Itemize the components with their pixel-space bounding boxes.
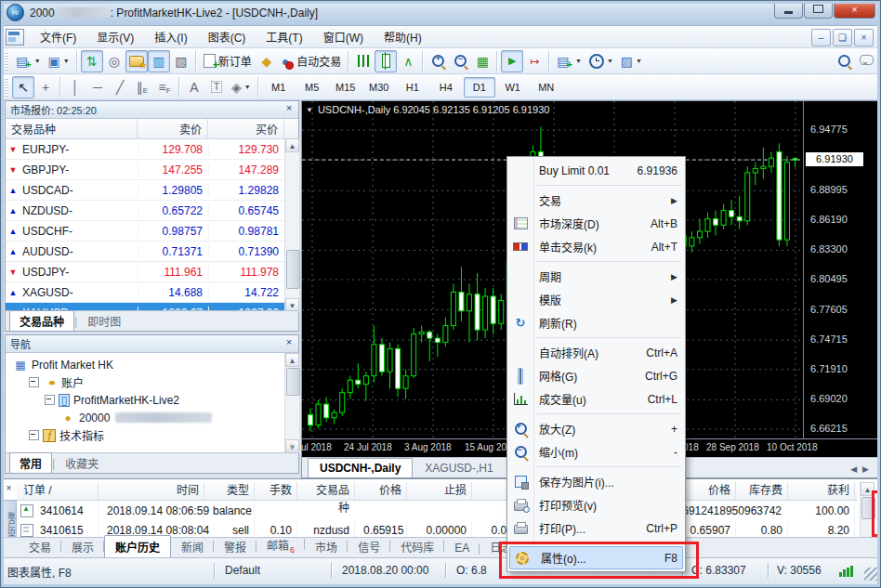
menu-item-显示(V)[interactable]: 显示(V)	[86, 26, 144, 47]
scroll-up-icon[interactable]: ▲	[285, 138, 299, 152]
timeframe-M15-button[interactable]: M15	[330, 77, 362, 98]
scrollbar-thumb[interactable]	[286, 250, 300, 289]
market-watch-row[interactable]: ▲USDCHF-0.987570.98781	[6, 221, 298, 242]
terminal-column-10[interactable]: 获利	[792, 482, 855, 500]
market-watch-row[interactable]: ▲AUDUSD-0.713710.71390	[6, 242, 298, 262]
timeframe-M5-button[interactable]: M5	[296, 77, 328, 98]
data-window-button[interactable]: ◎	[103, 50, 125, 72]
terminal-cell[interactable]: 3410614	[35, 502, 99, 520]
terminal-column-1[interactable]: 时间	[102, 482, 204, 500]
restore-button[interactable]	[804, 0, 833, 19]
context-menu-item-Buy Limit 0.01[interactable]: Buy Limit 0.016.91936	[507, 159, 685, 182]
context-menu-item-单击交易(k)[interactable]: 单击交易(k)Alt+T	[507, 235, 685, 258]
context-menu-item-网格(G)[interactable]: 网格(G)Ctrl+G	[507, 364, 685, 387]
horizontal-line-tool-button[interactable]: ─	[86, 76, 109, 98]
shapes-tool-button[interactable]: ◈▼	[228, 76, 255, 98]
chart-shift-button[interactable]: ↦	[523, 50, 546, 72]
tab-scroll-arrows[interactable]: ◀▶	[850, 464, 874, 474]
menu-item-图表(C)[interactable]: 图表(C)	[198, 26, 256, 47]
candlestick-chart-button[interactable]	[375, 50, 397, 72]
chat-button[interactable]	[855, 50, 877, 72]
market-watch-tab-交易品种[interactable]: 交易品种	[9, 310, 74, 331]
navigator-close-icon[interactable]: ×	[283, 336, 296, 349]
terminal-column-4[interactable]: 交易品种	[301, 482, 355, 500]
tree-expander-icon[interactable]	[29, 377, 39, 387]
navigator-item[interactable]: ●●账户	[9, 373, 298, 391]
child-minimize-button[interactable]: –	[811, 29, 831, 46]
context-menu-item-模版[interactable]: 模版▶	[507, 288, 685, 311]
status-profile[interactable]: Default	[225, 564, 260, 577]
menu-item-工具(T)[interactable]: 工具(T)	[256, 26, 312, 47]
chart-tab-XAGUSD-,H1[interactable]: XAGUSD-,H1	[413, 458, 505, 477]
close-button[interactable]: ×	[834, 0, 875, 19]
bar-chart-button[interactable]	[352, 50, 375, 72]
market-watch-toggle-button[interactable]: ⇅	[81, 50, 103, 72]
trendline-tool-button[interactable]: ╱	[109, 76, 131, 98]
market-watch-scrollbar[interactable]: ▲ ▼	[284, 138, 299, 312]
terminal-tab-交易[interactable]: 交易	[19, 536, 61, 557]
timeframe-D1-button[interactable]: D1	[464, 77, 495, 98]
text-tool-button[interactable]: A	[183, 76, 205, 98]
timeframe-MN-button[interactable]: MN	[531, 77, 562, 98]
market-watch-row[interactable]: ▼GBPJPY-147.255147.289	[6, 160, 298, 180]
context-menu-item-缩小(m)[interactable]: 缩小(m)-	[507, 440, 685, 464]
resize-grip[interactable]	[864, 568, 877, 581]
terminal-tab-新闻[interactable]: 新闻	[171, 536, 214, 557]
terminal-cell[interactable]: 100.00	[792, 502, 855, 520]
terminal-toggle-button[interactable]: ▥	[148, 50, 170, 72]
new-order-button[interactable]: +新订单	[200, 50, 256, 72]
context-menu-item-市场深度(D)[interactable]: 市场深度(D)Alt+B	[507, 212, 685, 235]
market-watch-row[interactable]: ▼USDJPY-111.961111.978	[6, 262, 298, 282]
navigator-scrollbar[interactable]: ▲ ▼	[284, 353, 299, 453]
terminal-tab-账户历史[interactable]: 账户历史	[104, 535, 171, 557]
scrollbar-thumb[interactable]	[286, 368, 300, 396]
terminal-column-9[interactable]: 库存费	[740, 482, 788, 500]
profiles-button[interactable]: ▣▼	[45, 50, 73, 72]
menu-item-文件(F)[interactable]: 文件(F)	[30, 26, 86, 47]
cursor-tool-button[interactable]: ↖	[12, 76, 34, 98]
context-menu-item-打印(P)...[interactable]: 打印(P)...Ctrl+P	[507, 516, 685, 540]
strategy-tester-button[interactable]: ▧	[170, 50, 192, 72]
context-menu-item-自动排列(A)[interactable]: 自动排列(A)Ctrl+A	[507, 341, 685, 364]
market-watch-row[interactable]: ▲NZDUSD-0.657220.65745	[6, 201, 298, 221]
toolbar-grip[interactable]	[5, 52, 8, 71]
market-watch-tab-即时图[interactable]: 即时图	[77, 310, 131, 331]
terminal-tab-EA[interactable]: EA	[444, 539, 480, 557]
context-menu-item-刷新(R)[interactable]: ↻刷新(R)	[507, 311, 685, 334]
navigator-toggle-button[interactable]: ★	[125, 50, 148, 72]
navigator-item[interactable]: ●20000	[9, 409, 298, 426]
crosshair-tool-button[interactable]: +	[34, 76, 57, 98]
terminal-tab-邮箱[interactable]: 邮箱6	[256, 534, 305, 557]
autotrading-button[interactable]: ●自动交易	[278, 50, 345, 72]
navigator-item[interactable]: ▯ProfitMarketHK-Live2	[9, 391, 298, 409]
terminal-tab-警报[interactable]: 警报	[214, 536, 256, 557]
context-menu-item-保存为图片(i)...[interactable]: 保存为图片(i)...	[507, 470, 685, 493]
terminal-cell[interactable]: balance	[208, 502, 255, 520]
fibonacci-tool-button[interactable]: ≡F	[153, 76, 176, 98]
search-button[interactable]	[833, 50, 855, 72]
timeframe-W1-button[interactable]: W1	[497, 77, 529, 98]
context-menu-item-打印预览(v)[interactable]: 打印预览(v)	[507, 493, 685, 516]
terminal-column-2[interactable]: 类型	[208, 482, 255, 500]
context-menu-item-周期[interactable]: 周期▶	[507, 265, 685, 288]
terminal-tab-市场[interactable]: 市场	[305, 536, 348, 557]
timeframe-H1-button[interactable]: H1	[397, 77, 428, 98]
market-watch-row[interactable]: ▲USDCAD-1.298051.29828	[6, 180, 298, 201]
child-restore-button[interactable]: ❏	[833, 29, 852, 46]
timeframe-M30-button[interactable]: M30	[363, 77, 395, 98]
chart-window-icon[interactable]	[6, 29, 24, 46]
terminal-column-0[interactable]: 订单 /	[19, 482, 99, 500]
zoom-in-button[interactable]: +	[427, 50, 449, 72]
market-watch-close-icon[interactable]: ×	[283, 102, 296, 115]
menu-item-窗口(W)[interactable]: 窗口(W)	[313, 26, 374, 47]
navigator-tab-收藏夹[interactable]: 收藏夹	[55, 452, 109, 473]
tile-windows-button[interactable]: ▦	[471, 50, 493, 72]
periods-button[interactable]: ▼	[585, 50, 617, 72]
vertical-line-tool-button[interactable]: │	[64, 76, 86, 98]
market-watch-row[interactable]: ▼EURJPY-129.708129.730	[6, 139, 298, 160]
context-menu-item-成交量(u)[interactable]: 成交量(u)Ctrl+L	[507, 387, 685, 411]
terminal-tab-代码库[interactable]: 代码库	[390, 536, 444, 557]
menu-item-插入(I)[interactable]: 插入(I)	[144, 26, 197, 47]
channel-tool-button[interactable]: ∥E	[131, 76, 153, 98]
menu-item-帮助(H)[interactable]: 帮助(H)	[374, 26, 432, 47]
